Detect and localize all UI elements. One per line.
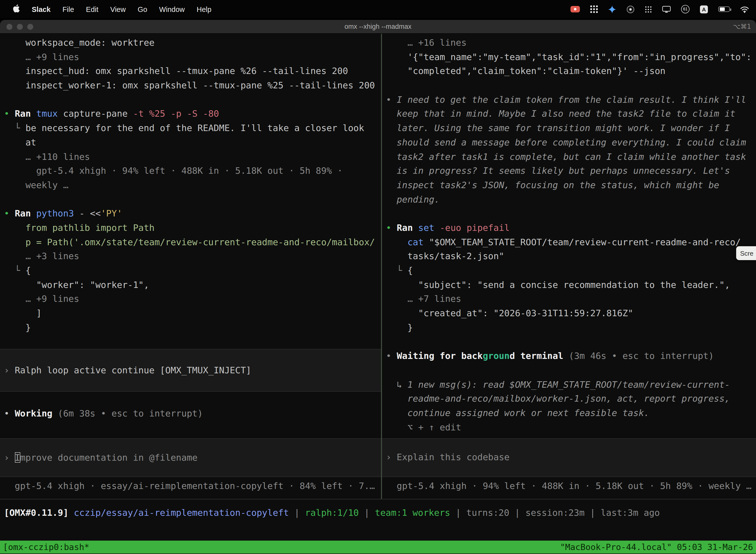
terminal-text-segment: from pathlib import Path: [4, 222, 154, 233]
terminal-line: at: [0, 135, 381, 150]
menu-item-window[interactable]: Window: [153, 5, 191, 13]
left-queued-input-box[interactable]: › Ralph loop active continue [OMX_TMUX_I…: [0, 349, 381, 392]
terminal-line: … +3 lines: [0, 250, 381, 264]
terminal-text-segment: {: [25, 265, 31, 276]
terminal-text-segment: ⌥ + ↑ edit: [386, 422, 461, 432]
terminal-line: task2 after task1 is complete, but can I…: [382, 150, 756, 164]
terminal-text-segment: Waiting for back: [397, 350, 483, 361]
battery-icon[interactable]: [718, 6, 730, 12]
right-input-placeholder: › Explain this codebase: [382, 450, 756, 465]
spacer: [382, 435, 756, 438]
terminal-line: }: [382, 321, 756, 335]
terminal-text-segment: "subject": "send a concise recommendatio…: [386, 279, 730, 290]
terminal-line: p = Path('.omx/state/team/review-current…: [0, 235, 381, 249]
terminal-line: workspace_mode: worktree: [0, 36, 381, 50]
terminal-text-segment: tmux: [36, 108, 58, 119]
grid-icon[interactable]: [590, 5, 598, 13]
terminal-text-segment: - <<: [74, 208, 101, 219]
terminal-line: … +16 lines: [382, 36, 756, 50]
terminal-line: [OMX#0.11.9] cczip/essay/ai-reimplementa…: [0, 506, 756, 520]
menu-item-edit[interactable]: Edit: [80, 5, 105, 13]
terminal-line: ]: [0, 306, 381, 321]
left-input-box[interactable]: › Improve documentation in @filename: [0, 438, 381, 477]
menu-item-file[interactable]: File: [57, 5, 80, 13]
terminal-line: › Improve documentation in @filename: [0, 451, 381, 465]
terminal-text-segment: keep that in mind. Maybe I also need the…: [386, 108, 736, 119]
minimize-button[interactable]: [17, 23, 23, 30]
tmux-status-bar: [omx-cczip0:bash* "MacBook-Pro-44.local"…: [0, 541, 756, 554]
menu-item-go[interactable]: Go: [132, 5, 153, 13]
terminal-text-segment: }: [386, 322, 413, 333]
menu-bar: Slack File Edit View Go Window Help: [0, 0, 756, 18]
screenshot-toast[interactable]: Scre: [736, 246, 756, 260]
input-source-icon[interactable]: A: [700, 5, 708, 13]
terminal-text-segment: ralph:1/10: [305, 507, 359, 518]
terminal-line: keep that in mind. Maybe I also need the…: [382, 107, 756, 121]
terminal-line: [382, 335, 756, 349]
menu-app-name[interactable]: Slack: [26, 5, 57, 13]
dots-grid-icon[interactable]: [645, 6, 652, 13]
terminal-text-segment: ↳ 1 new msg(s): read $OMX_TEAM_STATE_ROO…: [386, 379, 730, 389]
window-title: omx --xhigh --madmax: [344, 23, 412, 30]
terminal-line: "subject": "send a concise recommendatio…: [382, 278, 756, 292]
sparkle-icon[interactable]: [608, 5, 616, 13]
apple-menu[interactable]: [7, 4, 26, 14]
dark-app-icon[interactable]: [627, 5, 634, 13]
terminal-line: └ be necessary for the end of the README…: [0, 121, 381, 135]
terminal-text-segment: cat: [386, 236, 429, 247]
menu-status-icons: 61 A: [570, 5, 749, 13]
wifi-icon[interactable]: [740, 6, 749, 13]
terminal-line: … +110 lines: [0, 150, 381, 164]
window-titlebar[interactable]: omx --xhigh --madmax ⌥⌘1: [0, 20, 756, 34]
zoom-button[interactable]: [27, 23, 33, 30]
terminal-text-segment: … +16 lines: [386, 37, 466, 48]
menu-item-view[interactable]: View: [105, 5, 132, 13]
display-icon[interactable]: [662, 6, 671, 13]
left-terminal-pane[interactable]: workspace_mode: worktree … +9 lines insp…: [0, 34, 381, 499]
terminal-line: [0, 192, 381, 207]
terminal-line: [382, 78, 756, 93]
terminal-text-segment: •: [386, 222, 397, 233]
terminal-text-segment: (3m 46s • esc to interrupt): [563, 350, 714, 361]
terminal-line: └ {: [382, 264, 756, 278]
omx-status-bar: [OMX#0.11.9] cczip/essay/ai-reimplementa…: [0, 499, 756, 541]
terminal-text-segment: (6m 38s • esc to interrupt): [52, 408, 203, 419]
terminal-text-segment: … +110 lines: [4, 151, 90, 162]
terminal-text-segment: … +7 lines: [386, 294, 461, 304]
terminal-text-segment: -euo pipefail: [434, 222, 509, 233]
menu-item-help[interactable]: Help: [191, 5, 217, 13]
terminal-text-segment: set: [418, 222, 434, 233]
terminal-text-segment: groun: [483, 350, 509, 361]
battery-percent-icon[interactable]: 61: [681, 5, 690, 13]
apple-icon: [13, 4, 20, 12]
terminal-line: should send a message before completing …: [382, 135, 756, 150]
close-button[interactable]: [6, 23, 12, 30]
terminal-line: later. Using the same for transition mig…: [382, 121, 756, 135]
terminal-line: ⌥ + ↑ edit: [382, 420, 756, 434]
left-queued-message: › Ralph loop active continue [OMX_TMUX_I…: [0, 364, 381, 378]
terminal-text-segment: capture-pane: [58, 108, 133, 119]
terminal-line: continue assigned work or next feasible …: [382, 406, 756, 420]
terminal-text-segment: workspace_mode: worktree: [4, 37, 154, 48]
terminal-window: omx --xhigh --madmax ⌥⌘1 workspace_mode:…: [0, 20, 756, 554]
right-input-box[interactable]: › Explain this codebase: [382, 438, 756, 477]
window-controls: [6, 20, 33, 33]
terminal-text-segment: "created_at": "2026-03-31T11:59:27.816Z": [386, 308, 633, 318]
spacer: [0, 477, 381, 479]
terminal-text-segment: Ran: [15, 108, 36, 119]
terminal-line: '{"team_name":"my-team","task_id":"1","f…: [382, 50, 756, 64]
terminal-line: inspect_hud: omx sparkshell --tmux-pane …: [0, 64, 381, 78]
terminal-text-segment: inspect_hud: omx sparkshell --tmux-pane …: [4, 66, 348, 76]
terminal-text-segment: be necessary for the end of the README. …: [25, 123, 364, 133]
terminal-text-segment: -t %25 -p -S -80: [133, 108, 219, 119]
terminal-text-segment: gpt-5.4 xhigh · essay/ai-reimplementatio…: [4, 481, 375, 491]
terminal-cursor: I: [15, 452, 20, 463]
screen-recording-icon[interactable]: [570, 6, 580, 12]
terminal-text-segment: › Explain this codebase: [386, 452, 510, 462]
terminal-line: … +7 lines: [382, 292, 756, 306]
terminal-text-segment: "$OMX_TEAM_STATE_ROOT/team/review-curren…: [429, 236, 741, 247]
terminal-text-segment: … +9 lines: [4, 51, 79, 62]
terminal-text-segment: |: [359, 507, 375, 518]
right-terminal-pane[interactable]: … +16 lines '{"team_name":"my-team","tas…: [382, 34, 756, 499]
terminal-text-segment: └: [4, 123, 25, 133]
